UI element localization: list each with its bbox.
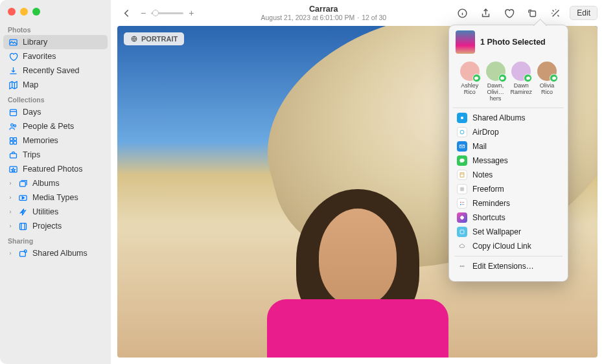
sidebar-item-label: Days — [23, 108, 41, 117]
icloud-icon — [457, 241, 467, 251]
aperture-icon — [130, 35, 138, 43]
share-contact[interactable]: Dawn, Olivi…hers — [483, 62, 509, 102]
edit-button[interactable]: Edit — [570, 6, 598, 20]
sidebar-item-people-pets[interactable]: People & Pets — [0, 119, 111, 133]
chevron-right-icon[interactable]: › — [8, 250, 13, 256]
map-icon — [8, 80, 18, 90]
sidebar-item-map[interactable]: Map — [0, 78, 111, 92]
sidebar-item-label: Shared Albums — [32, 249, 87, 258]
contact-name: Ashley Rico — [457, 83, 483, 96]
svg-rect-4 — [10, 137, 12, 140]
share-contact[interactable]: Ashley Rico — [457, 62, 483, 102]
share-contact[interactable]: Dawn Ramirez — [509, 62, 535, 102]
back-button[interactable] — [117, 5, 135, 21]
download-icon — [8, 65, 18, 76]
zoom-in-icon[interactable]: + — [189, 8, 194, 18]
share-contact[interactable]: Olivia Rico — [534, 62, 560, 102]
chevron-right-icon[interactable]: › — [8, 223, 13, 229]
sidebar-item-label: Trips — [23, 150, 40, 159]
sidebar-item-label: Memories — [23, 136, 58, 145]
sidebar-item-albums[interactable]: › Albums — [0, 176, 111, 190]
share-option-copy-icloud-link[interactable]: Copy iCloud Link — [449, 239, 568, 253]
share-option-edit-extensions[interactable]: Edit Extensions… — [449, 259, 568, 273]
share-button[interactable] — [476, 5, 494, 21]
fullscreen-window-button[interactable] — [32, 8, 40, 16]
sidebar-item-memories[interactable]: Memories — [0, 133, 111, 148]
toolbar-right: Edit — [453, 5, 598, 21]
sidebar-section-sharing: Sharing — [0, 233, 111, 246]
chevron-right-icon[interactable]: › — [8, 180, 13, 187]
avatar — [460, 62, 480, 81]
chevron-right-icon[interactable]: › — [8, 209, 13, 215]
favorite-button[interactable] — [500, 5, 518, 21]
sidebar-item-trips[interactable]: Trips — [0, 148, 111, 162]
projects-icon — [17, 221, 28, 231]
sidebar-section-collections: Collections — [0, 92, 111, 105]
share-option-messages[interactable]: Messages — [449, 154, 568, 168]
svg-point-2 — [10, 124, 13, 126]
avatar — [511, 62, 531, 81]
share-option-airdrop[interactable]: AirDrop — [449, 125, 568, 139]
sidebar-item-media-types[interactable]: › Media Types — [0, 190, 111, 205]
info-button[interactable] — [453, 5, 471, 21]
share-option-set-wallpaper[interactable]: Set Wallpaper — [449, 225, 568, 239]
sidebar-item-label: Utilities — [32, 207, 58, 216]
svg-rect-8 — [10, 154, 16, 158]
reminders-app-icon — [457, 198, 467, 209]
svg-rect-6 — [10, 141, 12, 144]
toolbar-title-group: Carrara August 21, 2023 at 6:01:00 PM · … — [199, 5, 448, 21]
sidebar-item-utilities[interactable]: › Utilities — [0, 205, 111, 219]
sidebar-item-featured-photos[interactable]: Featured Photos — [0, 162, 111, 176]
messages-app-icon — [457, 155, 467, 166]
wallpaper-app-icon — [457, 227, 467, 237]
svg-point-27 — [463, 266, 464, 266]
zoom-slider[interactable] — [151, 12, 183, 14]
auto-enhance-button[interactable] — [546, 5, 564, 21]
rotate-button[interactable] — [523, 5, 541, 21]
svg-point-22 — [460, 204, 461, 205]
sidebar-item-favorites[interactable]: Favorites — [0, 49, 111, 63]
share-option-freeform[interactable]: Freeform — [449, 182, 568, 196]
share-option-shortcuts[interactable]: Shortcuts — [449, 210, 568, 225]
sidebar-item-projects[interactable]: › Projects — [0, 219, 111, 233]
share-option-reminders[interactable]: Reminders — [449, 196, 568, 210]
sidebar-item-library[interactable]: Library — [3, 35, 108, 49]
sidebar-item-recently-saved[interactable]: Recently Saved — [0, 63, 111, 78]
minimize-window-button[interactable] — [20, 8, 28, 16]
svg-point-3 — [14, 124, 16, 126]
sidebar-item-shared-albums[interactable]: › Shared Albums — [0, 246, 111, 260]
zoom-thumb[interactable] — [152, 10, 159, 16]
sidebar-item-label: Library — [23, 38, 47, 47]
freeform-app-icon — [457, 184, 467, 194]
svg-rect-5 — [14, 137, 16, 140]
portrait-badge[interactable]: PORTRAIT — [124, 32, 184, 45]
svg-point-26 — [461, 266, 462, 266]
divider — [454, 256, 563, 256]
share-header: 1 Photo Selected — [449, 30, 568, 59]
svg-rect-24 — [460, 230, 464, 234]
sidebar-item-label: People & Pets — [23, 122, 74, 131]
chevron-right-icon[interactable]: › — [8, 194, 13, 201]
svg-point-18 — [461, 117, 463, 119]
sidebar-section-photos: Photos — [0, 22, 111, 35]
app-window: Photos Library Favorites Recently Saved … — [0, 0, 604, 364]
svg-point-14 — [24, 249, 27, 252]
sidebar-item-label: Media Types — [32, 193, 78, 202]
toolbar-left: − + — [117, 5, 194, 21]
main-content: − + Carrara August 21, 2023 at 6:01:00 P… — [111, 0, 604, 364]
sidebar-item-label: Albums — [32, 179, 60, 188]
share-thumbnail — [456, 30, 475, 54]
share-option-notes[interactable]: Notes — [449, 168, 568, 182]
close-window-button[interactable] — [8, 8, 16, 16]
zoom-out-icon[interactable]: − — [141, 8, 146, 18]
share-popover: 1 Photo Selected Ashley RicoDawn, Olivi…… — [448, 25, 568, 282]
avatar — [537, 62, 557, 81]
share-options-list: Shared Albums AirDrop Mail Messages Note… — [449, 108, 568, 276]
sidebar-item-days[interactable]: Days — [0, 105, 111, 119]
notes-app-icon — [457, 170, 467, 180]
svg-rect-1 — [10, 109, 16, 115]
share-option-shared-albums[interactable]: Shared Albums — [449, 111, 568, 125]
share-contacts-row: Ashley RicoDawn, Olivi…hersDawn RamirezO… — [453, 59, 564, 108]
extensions-icon — [457, 261, 467, 271]
share-option-mail[interactable]: Mail — [449, 139, 568, 154]
